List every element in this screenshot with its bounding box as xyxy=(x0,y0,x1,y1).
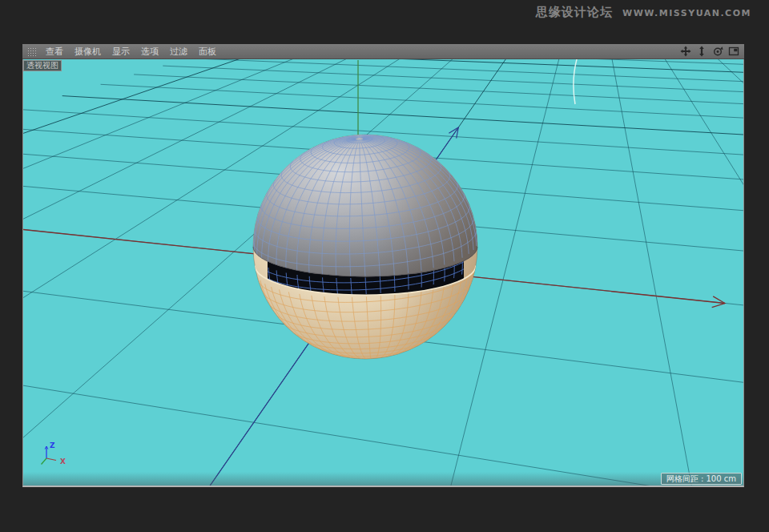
gizmo-z-label: Z xyxy=(50,441,55,449)
sphere-object[interactable] xyxy=(253,135,477,359)
scene-3d-view[interactable]: Z X xyxy=(23,59,743,486)
viewport-menubar: 查看 摄像机 显示 选项 过滤 面板 xyxy=(22,44,744,59)
viewport-label: 透视视图 xyxy=(23,60,62,71)
ground-horizon-band xyxy=(23,472,743,486)
dolly-icon[interactable] xyxy=(695,46,708,58)
rotate-icon[interactable] xyxy=(711,46,724,58)
viewport-panel: 查看 摄像机 显示 选项 过滤 面板 xyxy=(22,44,744,487)
watermark-site-url: WWW.MISSYUAN.COM xyxy=(622,8,751,18)
grid-spacing-badge: 网格间距 : 100 cm xyxy=(661,473,742,485)
menu-display[interactable]: 显示 xyxy=(107,46,135,58)
menu-panel[interactable]: 面板 xyxy=(193,46,222,58)
drag-handle-icon[interactable] xyxy=(27,47,38,56)
viewport-canvas[interactable]: Z X 透视视图 网格间距 : 100 cm xyxy=(22,59,744,487)
watermark-site-name: 思缘设计论坛 xyxy=(536,5,613,20)
menu-view[interactable]: 查看 xyxy=(40,46,69,58)
application-window: 思缘设计论坛 WWW.MISSYUAN.COM 查看 摄像机 显示 选项 过滤 … xyxy=(0,0,769,532)
gizmo-x-label: X xyxy=(60,457,66,466)
panel-toggle-icon[interactable] xyxy=(727,46,740,58)
menu-options[interactable]: 选项 xyxy=(135,46,164,58)
move-icon[interactable] xyxy=(679,46,692,58)
menu-camera[interactable]: 摄像机 xyxy=(69,46,107,58)
watermark: 思缘设计论坛 WWW.MISSYUAN.COM xyxy=(536,5,751,20)
menu-filter[interactable]: 过滤 xyxy=(164,46,193,58)
